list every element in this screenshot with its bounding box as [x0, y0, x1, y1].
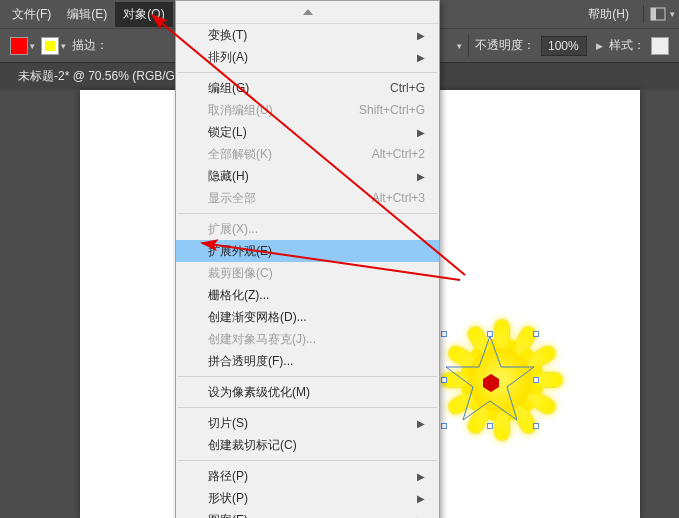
separator: [468, 35, 469, 57]
style-label: 样式：: [609, 37, 645, 54]
menu-item-label: 创建对象马赛克(J)...: [208, 331, 425, 348]
menu-separator: [178, 72, 437, 73]
menu-item-label: 扩展外观(E): [208, 243, 425, 260]
menu-item[interactable]: 创建裁切标记(C): [176, 434, 439, 456]
menu-item: 扩展(X)...: [176, 218, 439, 240]
style-swatch[interactable]: [651, 37, 669, 55]
menu-item-label: 取消编组(U): [208, 102, 359, 119]
menu-item: 取消编组(U)Shift+Ctrl+G: [176, 99, 439, 121]
svg-marker-3: [483, 374, 499, 392]
menu-item-label: 设为像素级优化(M): [208, 384, 425, 401]
menu-item[interactable]: 锁定(L)▶: [176, 121, 439, 143]
menu-separator: [178, 376, 437, 377]
chevron-down-icon[interactable]: ▾: [457, 41, 462, 51]
menu-item[interactable]: 变换(T)▶: [176, 24, 439, 46]
menu-item: 全部解锁(K)Alt+Ctrl+2: [176, 143, 439, 165]
menu-object[interactable]: 对象(O): [115, 2, 172, 27]
selection-bounding-box[interactable]: [444, 334, 536, 426]
menu-help[interactable]: 帮助(H): [580, 2, 637, 27]
menu-item-label: 显示全部: [208, 190, 372, 207]
menu-item: 创建对象马赛克(J)...: [176, 328, 439, 350]
handle[interactable]: [441, 377, 447, 383]
menu-item[interactable]: 创建渐变网格(D)...: [176, 306, 439, 328]
document-tab[interactable]: 未标题-2* @ 70.56% (RGB/G: [10, 64, 183, 89]
menu-item-label: 拼合透明度(F)...: [208, 353, 425, 370]
stroke-swatch[interactable]: ▾: [41, 37, 66, 55]
menu-item-shortcut: Alt+Ctrl+2: [372, 147, 425, 161]
menu-item-label: 变换(T): [208, 27, 411, 44]
handle[interactable]: [441, 423, 447, 429]
handle[interactable]: [533, 423, 539, 429]
menu-separator: [178, 213, 437, 214]
object-menu-dropdown: 变换(T)▶排列(A)▶编组(G)Ctrl+G取消编组(U)Shift+Ctrl…: [175, 0, 440, 518]
menu-item-shortcut: Alt+Ctrl+3: [372, 191, 425, 205]
menu-item-label: 形状(P): [208, 490, 411, 507]
handle[interactable]: [441, 331, 447, 337]
stroke-label: 描边：: [72, 37, 108, 54]
center-polygon: [482, 374, 500, 392]
menu-item[interactable]: 图案(E)▶: [176, 509, 439, 518]
submenu-arrow-icon: ▶: [417, 471, 425, 482]
menu-item-label: 切片(S): [208, 415, 411, 432]
handle[interactable]: [487, 423, 493, 429]
opacity-label: 不透明度：: [475, 37, 535, 54]
handle[interactable]: [533, 377, 539, 383]
chevron-down-icon: ▾: [61, 41, 66, 51]
menu-item-shortcut: Shift+Ctrl+G: [359, 103, 425, 117]
menu-item-label: 创建渐变网格(D)...: [208, 309, 425, 326]
menu-item[interactable]: 排列(A)▶: [176, 46, 439, 68]
menu-separator: [178, 460, 437, 461]
menu-item-label: 栅格化(Z)...: [208, 287, 425, 304]
menu-item[interactable]: 扩展外观(E): [176, 240, 439, 262]
menu-item[interactable]: 拼合透明度(F)...: [176, 350, 439, 372]
menu-item[interactable]: 栅格化(Z)...: [176, 284, 439, 306]
menu-edit[interactable]: 编辑(E): [59, 2, 115, 27]
submenu-arrow-icon: ▶: [417, 52, 425, 63]
submenu-arrow-icon: ▶: [417, 493, 425, 504]
menu-item-label: 创建裁切标记(C): [208, 437, 425, 454]
submenu-arrow-icon: ▶: [417, 418, 425, 429]
menu-scroll-up[interactable]: [176, 1, 439, 24]
divider: [643, 5, 644, 23]
svg-marker-4: [303, 9, 313, 15]
menu-item: 显示全部Alt+Ctrl+3: [176, 187, 439, 209]
fill-swatch[interactable]: ▾: [10, 37, 35, 55]
menu-item-label: 图案(E): [208, 512, 411, 519]
handle[interactable]: [487, 331, 493, 337]
menu-item-label: 路径(P): [208, 468, 411, 485]
submenu-arrow-icon: ▶: [417, 515, 425, 519]
handle[interactable]: [533, 331, 539, 337]
menu-item-label: 排列(A): [208, 49, 411, 66]
view-mode-icons[interactable]: ▾: [650, 7, 675, 21]
menu-item-label: 全部解锁(K): [208, 146, 372, 163]
submenu-arrow-icon: ▶: [417, 127, 425, 138]
menu-item[interactable]: 设为像素级优化(M): [176, 381, 439, 403]
menu-item-shortcut: Ctrl+G: [390, 81, 425, 95]
chevron-down-icon: ▾: [670, 9, 675, 19]
menu-item[interactable]: 形状(P)▶: [176, 487, 439, 509]
menu-file[interactable]: 文件(F): [4, 2, 59, 27]
menu-item-label: 裁剪图像(C): [208, 265, 425, 282]
menu-item[interactable]: 路径(P)▶: [176, 465, 439, 487]
menu-item: 裁剪图像(C): [176, 262, 439, 284]
chevron-down-icon: ▾: [30, 41, 35, 51]
menu-item-label: 扩展(X)...: [208, 221, 425, 238]
menu-item[interactable]: 切片(S)▶: [176, 412, 439, 434]
submenu-arrow-icon: ▶: [417, 30, 425, 41]
menu-item-label: 隐藏(H): [208, 168, 411, 185]
opacity-input[interactable]: 100%: [541, 36, 587, 56]
menu-item[interactable]: 编组(G)Ctrl+G: [176, 77, 439, 99]
menu-item[interactable]: 隐藏(H)▶: [176, 165, 439, 187]
menu-item-label: 编组(G): [208, 80, 390, 97]
submenu-arrow-icon: ▶: [417, 171, 425, 182]
svg-rect-1: [651, 8, 656, 20]
menu-separator: [178, 407, 437, 408]
menu-item-label: 锁定(L): [208, 124, 411, 141]
chevron-right-icon[interactable]: ▶: [596, 41, 603, 51]
